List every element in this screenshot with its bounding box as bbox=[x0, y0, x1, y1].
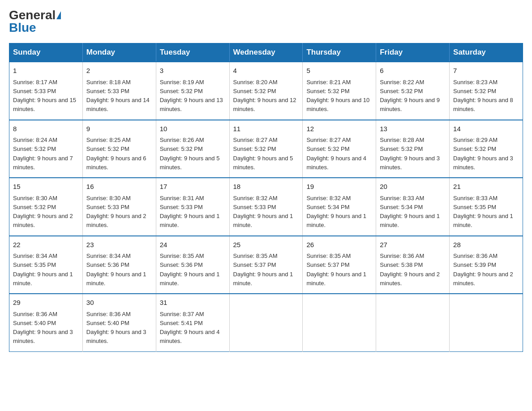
calendar-cell bbox=[376, 294, 450, 351]
calendar-cell: 7 Sunrise: 8:23 AMSunset: 5:32 PMDayligh… bbox=[450, 62, 523, 120]
day-info: Sunrise: 8:32 AMSunset: 5:33 PMDaylight:… bbox=[233, 195, 293, 229]
calendar-cell: 26 Sunrise: 8:35 AMSunset: 5:37 PMDaylig… bbox=[303, 236, 376, 294]
calendar-cell: 29 Sunrise: 8:36 AMSunset: 5:40 PMDaylig… bbox=[9, 294, 83, 351]
calendar-cell: 28 Sunrise: 8:36 AMSunset: 5:39 PMDaylig… bbox=[450, 236, 523, 294]
day-number: 13 bbox=[380, 124, 446, 134]
calendar-header-row: SundayMondayTuesdayWednesdayThursdayFrid… bbox=[9, 43, 523, 62]
day-number: 28 bbox=[453, 240, 519, 250]
calendar-cell: 10 Sunrise: 8:26 AMSunset: 5:32 PMDaylig… bbox=[156, 120, 229, 178]
day-info: Sunrise: 8:21 AMSunset: 5:32 PMDaylight:… bbox=[306, 79, 369, 113]
day-number: 27 bbox=[380, 240, 446, 250]
day-number: 8 bbox=[13, 124, 79, 134]
day-number: 29 bbox=[13, 298, 79, 308]
calendar-cell: 22 Sunrise: 8:34 AMSunset: 5:35 PMDaylig… bbox=[9, 236, 83, 294]
calendar-cell: 5 Sunrise: 8:21 AMSunset: 5:32 PMDayligh… bbox=[303, 62, 376, 120]
calendar-cell: 27 Sunrise: 8:36 AMSunset: 5:38 PMDaylig… bbox=[376, 236, 450, 294]
calendar-week-row: 8 Sunrise: 8:24 AMSunset: 5:32 PMDayligh… bbox=[9, 120, 523, 178]
calendar-cell: 12 Sunrise: 8:27 AMSunset: 5:32 PMDaylig… bbox=[303, 120, 376, 178]
calendar-cell: 11 Sunrise: 8:27 AMSunset: 5:32 PMDaylig… bbox=[229, 120, 303, 178]
day-info: Sunrise: 8:33 AMSunset: 5:34 PMDaylight:… bbox=[380, 195, 440, 229]
day-info: Sunrise: 8:25 AMSunset: 5:32 PMDaylight:… bbox=[86, 137, 146, 171]
day-number: 22 bbox=[13, 240, 79, 250]
calendar-cell: 20 Sunrise: 8:33 AMSunset: 5:34 PMDaylig… bbox=[376, 178, 450, 236]
col-header-monday: Monday bbox=[82, 43, 156, 62]
calendar-cell: 30 Sunrise: 8:36 AMSunset: 5:40 PMDaylig… bbox=[82, 294, 156, 351]
calendar-week-row: 29 Sunrise: 8:36 AMSunset: 5:40 PMDaylig… bbox=[9, 294, 523, 351]
col-header-thursday: Thursday bbox=[303, 43, 376, 62]
day-info: Sunrise: 8:33 AMSunset: 5:35 PMDaylight:… bbox=[453, 195, 513, 229]
day-info: Sunrise: 8:17 AMSunset: 5:33 PMDaylight:… bbox=[13, 79, 76, 113]
day-number: 11 bbox=[233, 124, 299, 134]
day-info: Sunrise: 8:35 AMSunset: 5:36 PMDaylight:… bbox=[160, 253, 220, 287]
day-number: 25 bbox=[233, 240, 299, 250]
day-info: Sunrise: 8:34 AMSunset: 5:35 PMDaylight:… bbox=[13, 253, 73, 287]
day-number: 14 bbox=[453, 124, 519, 134]
day-info: Sunrise: 8:35 AMSunset: 5:37 PMDaylight:… bbox=[306, 253, 366, 287]
day-info: Sunrise: 8:29 AMSunset: 5:32 PMDaylight:… bbox=[453, 137, 513, 171]
day-info: Sunrise: 8:36 AMSunset: 5:38 PMDaylight:… bbox=[380, 253, 440, 287]
calendar-cell: 24 Sunrise: 8:35 AMSunset: 5:36 PMDaylig… bbox=[156, 236, 229, 294]
day-info: Sunrise: 8:23 AMSunset: 5:32 PMDaylight:… bbox=[453, 79, 513, 113]
logo-general-text: General bbox=[9, 9, 56, 21]
calendar-cell: 3 Sunrise: 8:19 AMSunset: 5:32 PMDayligh… bbox=[156, 62, 229, 120]
calendar-week-row: 1 Sunrise: 8:17 AMSunset: 5:33 PMDayligh… bbox=[9, 62, 523, 120]
calendar-cell: 6 Sunrise: 8:22 AMSunset: 5:32 PMDayligh… bbox=[376, 62, 450, 120]
calendar-cell: 25 Sunrise: 8:35 AMSunset: 5:37 PMDaylig… bbox=[229, 236, 303, 294]
day-info: Sunrise: 8:32 AMSunset: 5:34 PMDaylight:… bbox=[306, 195, 366, 229]
logo-blue-text: Blue bbox=[9, 21, 36, 34]
calendar-cell bbox=[229, 294, 303, 351]
calendar-cell: 18 Sunrise: 8:32 AMSunset: 5:33 PMDaylig… bbox=[229, 178, 303, 236]
day-info: Sunrise: 8:20 AMSunset: 5:32 PMDaylight:… bbox=[233, 79, 296, 113]
day-number: 17 bbox=[160, 182, 226, 192]
day-number: 12 bbox=[306, 124, 372, 134]
day-info: Sunrise: 8:31 AMSunset: 5:33 PMDaylight:… bbox=[160, 195, 220, 229]
day-number: 20 bbox=[380, 182, 446, 192]
col-header-wednesday: Wednesday bbox=[229, 43, 303, 62]
day-info: Sunrise: 8:36 AMSunset: 5:40 PMDaylight:… bbox=[13, 311, 73, 345]
calendar-cell: 9 Sunrise: 8:25 AMSunset: 5:32 PMDayligh… bbox=[82, 120, 156, 178]
day-number: 19 bbox=[306, 182, 372, 192]
day-info: Sunrise: 8:30 AMSunset: 5:32 PMDaylight:… bbox=[13, 195, 73, 229]
day-info: Sunrise: 8:36 AMSunset: 5:39 PMDaylight:… bbox=[453, 253, 513, 287]
day-info: Sunrise: 8:37 AMSunset: 5:41 PMDaylight:… bbox=[160, 311, 220, 345]
day-info: Sunrise: 8:36 AMSunset: 5:40 PMDaylight:… bbox=[86, 311, 146, 345]
calendar-cell: 14 Sunrise: 8:29 AMSunset: 5:32 PMDaylig… bbox=[450, 120, 523, 178]
calendar-cell: 4 Sunrise: 8:20 AMSunset: 5:32 PMDayligh… bbox=[229, 62, 303, 120]
col-header-friday: Friday bbox=[376, 43, 450, 62]
calendar-week-row: 22 Sunrise: 8:34 AMSunset: 5:35 PMDaylig… bbox=[9, 236, 523, 294]
calendar-cell: 19 Sunrise: 8:32 AMSunset: 5:34 PMDaylig… bbox=[303, 178, 376, 236]
logo: General Blue bbox=[9, 9, 61, 34]
calendar-cell: 31 Sunrise: 8:37 AMSunset: 5:41 PMDaylig… bbox=[156, 294, 229, 351]
day-info: Sunrise: 8:35 AMSunset: 5:37 PMDaylight:… bbox=[233, 253, 293, 287]
day-info: Sunrise: 8:26 AMSunset: 5:32 PMDaylight:… bbox=[160, 137, 220, 171]
day-info: Sunrise: 8:27 AMSunset: 5:32 PMDaylight:… bbox=[306, 137, 366, 171]
calendar-cell: 17 Sunrise: 8:31 AMSunset: 5:33 PMDaylig… bbox=[156, 178, 229, 236]
calendar-cell: 8 Sunrise: 8:24 AMSunset: 5:32 PMDayligh… bbox=[9, 120, 83, 178]
day-info: Sunrise: 8:30 AMSunset: 5:33 PMDaylight:… bbox=[86, 195, 146, 229]
calendar-week-row: 15 Sunrise: 8:30 AMSunset: 5:32 PMDaylig… bbox=[9, 178, 523, 236]
day-number: 24 bbox=[160, 240, 226, 250]
day-number: 6 bbox=[380, 66, 446, 76]
logo-triangle-icon bbox=[56, 11, 61, 19]
calendar-cell: 15 Sunrise: 8:30 AMSunset: 5:32 PMDaylig… bbox=[9, 178, 83, 236]
calendar-cell: 13 Sunrise: 8:28 AMSunset: 5:32 PMDaylig… bbox=[376, 120, 450, 178]
calendar-cell: 2 Sunrise: 8:18 AMSunset: 5:33 PMDayligh… bbox=[82, 62, 156, 120]
calendar-cell bbox=[303, 294, 376, 351]
day-number: 5 bbox=[306, 66, 372, 76]
day-info: Sunrise: 8:34 AMSunset: 5:36 PMDaylight:… bbox=[86, 253, 146, 287]
day-number: 16 bbox=[86, 182, 152, 192]
day-number: 21 bbox=[453, 182, 519, 192]
day-number: 31 bbox=[160, 298, 226, 308]
day-info: Sunrise: 8:27 AMSunset: 5:32 PMDaylight:… bbox=[233, 137, 293, 171]
day-info: Sunrise: 8:19 AMSunset: 5:32 PMDaylight:… bbox=[160, 79, 223, 113]
calendar-cell: 23 Sunrise: 8:34 AMSunset: 5:36 PMDaylig… bbox=[82, 236, 156, 294]
day-number: 7 bbox=[453, 66, 519, 76]
page-header: General Blue bbox=[9, 9, 523, 34]
day-number: 1 bbox=[13, 66, 79, 76]
day-number: 30 bbox=[86, 298, 152, 308]
day-info: Sunrise: 8:28 AMSunset: 5:32 PMDaylight:… bbox=[380, 137, 440, 171]
day-number: 23 bbox=[86, 240, 152, 250]
col-header-sunday: Sunday bbox=[9, 43, 83, 62]
day-number: 15 bbox=[13, 182, 79, 192]
calendar-cell bbox=[450, 294, 523, 351]
